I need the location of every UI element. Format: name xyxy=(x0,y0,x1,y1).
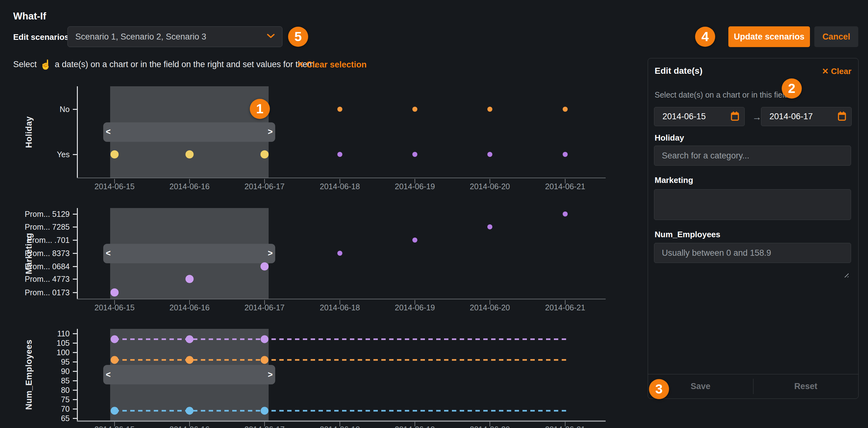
data-point-selected-marketing[interactable] xyxy=(185,275,194,283)
data-point-holiday-yes[interactable] xyxy=(487,152,492,157)
y-tick-label-num-employees: 85 xyxy=(1,376,70,385)
data-point-scenario-purple[interactable] xyxy=(261,335,269,343)
page-title: What-If xyxy=(13,11,46,22)
x-tick-label-marketing: 2014-06-17 xyxy=(244,303,285,312)
y-tick-num-employees xyxy=(73,418,77,419)
resize-grip-icon[interactable] xyxy=(843,272,848,277)
reset-button[interactable]: Reset xyxy=(753,374,859,398)
data-point-marketing[interactable] xyxy=(563,212,568,216)
data-point-selected-holiday-yes[interactable] xyxy=(111,150,119,158)
chevron-right-icon[interactable]: > xyxy=(268,128,273,136)
data-point-scenario-orange[interactable] xyxy=(261,356,269,364)
annotation-badge-1: 1 xyxy=(250,99,270,119)
chevron-left-icon[interactable]: < xyxy=(106,128,111,136)
clear-selection-button[interactable]: ✕ Clear selection xyxy=(297,60,367,70)
y-tick-label-num-employees: 70 xyxy=(1,404,70,414)
x-tick-label-num-employees: 2014-06-17 xyxy=(244,425,285,428)
y-tick-label-num-employees: 105 xyxy=(1,339,70,348)
cancel-button[interactable]: Cancel xyxy=(814,26,858,47)
x-tick-label-marketing: 2014-06-18 xyxy=(320,303,360,312)
data-point-scenario-orange[interactable] xyxy=(186,356,194,364)
x-tick-label-holiday: 2014-06-18 xyxy=(320,182,360,191)
data-point-holiday-no[interactable] xyxy=(563,107,568,112)
update-scenarios-button[interactable]: Update scenarios xyxy=(728,26,810,47)
panel-title: Edit date(s) xyxy=(655,66,702,76)
chevron-down-icon xyxy=(267,34,275,39)
data-point-scenario-blue[interactable] xyxy=(261,407,269,415)
x-tick-label-holiday: 2014-06-20 xyxy=(470,182,510,191)
data-point-selected-marketing[interactable] xyxy=(111,288,119,297)
x-tick-label-num-employees: 2014-06-19 xyxy=(395,425,435,428)
data-point-holiday-no[interactable] xyxy=(487,107,492,112)
data-point-scenario-orange[interactable] xyxy=(111,356,119,364)
x-axis-marketing xyxy=(77,299,606,299)
data-point-holiday-no[interactable] xyxy=(337,107,342,112)
panel-footer: Save Reset xyxy=(648,374,858,398)
y-axis-num-employees xyxy=(77,329,78,421)
arrow-right-icon: → xyxy=(752,112,762,122)
y-tick-marketing xyxy=(73,253,77,254)
chevron-left-icon[interactable]: < xyxy=(106,371,111,379)
instruction-prefix: Select xyxy=(13,60,37,69)
data-point-marketing[interactable] xyxy=(487,224,492,230)
data-point-selected-marketing[interactable] xyxy=(260,262,269,271)
y-tick-marketing xyxy=(73,279,77,280)
chevron-left-icon[interactable]: < xyxy=(106,249,111,257)
dashed-line-scenario-purple xyxy=(115,339,567,340)
y-tick-num-employees xyxy=(73,399,77,400)
x-tick-label-num-employees: 2014-06-15 xyxy=(94,425,135,428)
data-point-holiday-yes[interactable] xyxy=(412,152,417,157)
y-tick-num-employees xyxy=(73,390,77,391)
y-tick-label-num-employees: 65 xyxy=(1,414,70,423)
y-tick-num-employees xyxy=(73,333,77,334)
date-from-input[interactable]: 2014-06-15 xyxy=(654,107,745,126)
y-tick-label-marketing: Prom... 0684 xyxy=(1,262,70,271)
data-point-holiday-yes[interactable] xyxy=(337,152,342,157)
data-point-selected-holiday-yes[interactable] xyxy=(185,150,194,158)
data-point-marketing[interactable] xyxy=(337,251,342,256)
selection-handle-holiday[interactable]: <> xyxy=(103,122,275,142)
data-point-scenario-purple[interactable] xyxy=(186,335,194,343)
marketing-field-textarea[interactable] xyxy=(654,189,851,220)
y-tick-holiday xyxy=(73,109,77,110)
chevron-right-icon[interactable]: > xyxy=(268,371,273,379)
data-point-scenario-blue[interactable] xyxy=(186,407,194,415)
panel-clear-button[interactable]: ✕ Clear xyxy=(822,66,851,76)
x-tick-label-num-employees: 2014-06-21 xyxy=(545,425,585,428)
y-tick-label-marketing: Prom... 8373 xyxy=(1,249,70,258)
chevron-right-icon[interactable]: > xyxy=(268,249,273,257)
x-tick-label-marketing: 2014-06-15 xyxy=(94,303,135,312)
dashed-line-scenario-orange xyxy=(115,359,567,361)
data-point-scenario-blue[interactable] xyxy=(111,407,119,415)
scenario-select[interactable]: Scenario 1, Scenario 2, Scenario 3 xyxy=(67,26,282,47)
num-employees-field-label: Num_Employees xyxy=(655,230,720,239)
y-tick-num-employees xyxy=(73,371,77,372)
selection-handle-marketing[interactable]: <> xyxy=(103,244,275,263)
y-tick-label-marketing: Prom... 4773 xyxy=(1,275,70,284)
y-tick-num-employees xyxy=(73,362,77,362)
holiday-field-input[interactable] xyxy=(654,146,851,166)
data-point-selected-holiday-yes[interactable] xyxy=(260,150,269,158)
x-tick-label-holiday: 2014-06-17 xyxy=(244,182,285,191)
selection-handle-num-employees[interactable]: <> xyxy=(103,365,275,385)
y-axis-marketing xyxy=(77,208,78,299)
y-tick-label-num-employees: 90 xyxy=(1,367,70,376)
data-point-holiday-yes[interactable] xyxy=(563,152,568,157)
dashed-line-scenario-blue xyxy=(115,410,567,412)
num-employees-field-input[interactable] xyxy=(654,243,851,263)
marketing-field-label: Marketing xyxy=(655,175,693,185)
y-tick-label-num-employees: 100 xyxy=(1,348,70,357)
data-point-scenario-purple[interactable] xyxy=(111,335,119,343)
annotation-badge-2: 2 xyxy=(782,79,802,98)
calendar-icon[interactable] xyxy=(838,111,846,122)
x-tick-label-marketing: 2014-06-19 xyxy=(395,303,435,312)
annotation-badge-4: 4 xyxy=(695,27,715,47)
data-point-marketing[interactable] xyxy=(412,238,417,243)
date-to-input[interactable]: 2014-06-17 xyxy=(761,107,852,126)
what-if-screen: What-If Edit scenarios Scenario 1, Scena… xyxy=(0,0,868,428)
x-tick-label-marketing: 2014-06-20 xyxy=(470,303,510,312)
y-tick-label-num-employees: 110 xyxy=(1,329,70,338)
y-tick-label-marketing: Prom... 5129 xyxy=(1,210,70,219)
data-point-holiday-no[interactable] xyxy=(412,107,417,112)
calendar-icon[interactable] xyxy=(731,111,739,122)
